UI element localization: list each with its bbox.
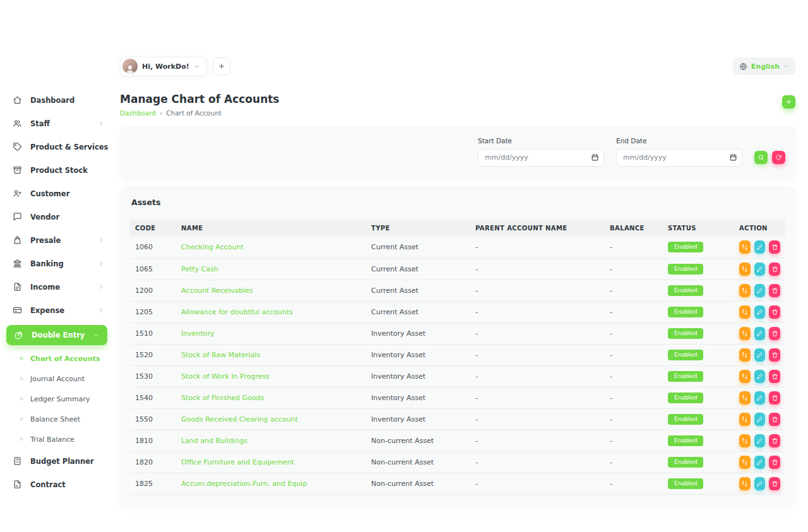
delete-button[interactable]	[769, 327, 780, 340]
reset-button[interactable]	[772, 151, 785, 164]
submenu-item-trial-balance[interactable]: Trial Balance	[0, 429, 114, 449]
sidebar-item-income[interactable]: Income	[0, 275, 114, 299]
account-name-link[interactable]: Stock of Work In Progress	[181, 372, 270, 381]
edit-button[interactable]	[754, 305, 766, 319]
transfer-button[interactable]	[739, 370, 751, 383]
row-actions	[739, 391, 780, 405]
search-button[interactable]	[754, 151, 768, 164]
edit-button[interactable]	[754, 327, 766, 340]
cell-code: 1205	[130, 301, 176, 322]
table-row: 1510InventoryInventory Asset--Enabled	[130, 322, 785, 344]
submenu-item-chart-of-accounts[interactable]: Chart of Accounts	[0, 348, 114, 369]
transfer-button[interactable]	[739, 327, 751, 340]
edit-button[interactable]	[754, 434, 766, 447]
delete-button[interactable]	[769, 456, 780, 469]
edit-button[interactable]	[754, 413, 766, 426]
cell-type: Inventory Asset	[366, 322, 470, 344]
edit-button[interactable]	[754, 240, 766, 254]
delete-button[interactable]	[769, 263, 780, 276]
account-name-link[interactable]: Stock of Finished Goods	[181, 394, 264, 402]
transfer-button[interactable]	[739, 391, 751, 405]
account-name-link[interactable]: Office Furniture and Equipement	[181, 458, 294, 466]
sidebar-item-banking[interactable]: Banking	[0, 252, 114, 275]
transfer-button[interactable]	[739, 305, 751, 319]
account-name-link[interactable]: Accum.depreciation-Furn. and Equip	[181, 480, 307, 488]
account-name-link[interactable]: Account Receivables	[181, 287, 253, 295]
account-name-link[interactable]: Checking Account	[181, 243, 244, 251]
submenu-item-label: Trial Balance	[30, 435, 74, 444]
account-name-link[interactable]: Land and Buildings	[181, 437, 247, 445]
accounts-table: CODENAMETYPEPARENT ACCOUNT NAMEBALANCEST…	[130, 220, 785, 495]
account-name-link[interactable]: Stock of Raw Materials	[181, 351, 260, 359]
start-date-input[interactable]	[478, 149, 604, 167]
cell-name: Allowance for doubtful accounts	[176, 301, 366, 322]
delete-button[interactable]	[769, 240, 780, 254]
submenu-item-journal-account[interactable]: Journal Account	[0, 369, 114, 389]
cell-status: Enabled	[663, 408, 734, 430]
delete-button[interactable]	[769, 284, 780, 297]
sidebar-item-presale[interactable]: Presale	[0, 228, 114, 252]
user-menu[interactable]: Hi, WorkDo!	[120, 57, 206, 76]
transfer-button[interactable]	[739, 348, 751, 362]
language-selector[interactable]: English	[733, 57, 795, 75]
table-row: 1200Account ReceivablesCurrent Asset--En…	[130, 280, 785, 301]
sidebar-item-product-services[interactable]: Product & Services	[0, 135, 114, 158]
account-name-link[interactable]: Goods Received Clearing account	[181, 415, 298, 423]
account-name-link[interactable]: Allowance for doubtful accounts	[181, 308, 293, 316]
edit-button[interactable]	[754, 477, 766, 490]
submenu-item-ledger-summary[interactable]: Ledger Summary	[0, 389, 114, 409]
submenu-item-balance-sheet[interactable]: Balance Sheet	[0, 409, 114, 429]
sidebar-item-label: Presale	[30, 236, 98, 245]
status-badge: Enabled	[668, 307, 703, 317]
edit-button[interactable]	[754, 456, 766, 469]
sidebar-item-contract[interactable]: Contract	[0, 473, 114, 496]
delete-button[interactable]	[769, 370, 780, 383]
table-row: 1825Accum.depreciation-Furn. and EquipNo…	[130, 473, 785, 494]
cell-type: Current Asset	[366, 280, 470, 301]
cell-balance: -	[605, 322, 663, 344]
delete-button[interactable]	[769, 348, 780, 362]
topbar-left: Hi, WorkDo!	[120, 57, 230, 76]
cell-type: Non-current Asset	[366, 430, 470, 451]
calendar-icon[interactable]	[729, 153, 737, 162]
edit-button[interactable]	[754, 263, 766, 276]
swap-icon	[741, 394, 748, 401]
transfer-button[interactable]	[739, 477, 751, 490]
transfer-button[interactable]	[739, 456, 751, 469]
transfer-button[interactable]	[739, 240, 751, 254]
delete-button[interactable]	[769, 413, 780, 426]
transfer-button[interactable]	[739, 413, 751, 426]
end-date-input[interactable]	[616, 149, 742, 167]
double-entry-icon	[14, 331, 23, 340]
account-name-link[interactable]: Petty Cash	[181, 265, 218, 273]
trash-icon	[771, 287, 778, 294]
breadcrumb-dashboard-link[interactable]: Dashboard	[120, 109, 156, 117]
transfer-button[interactable]	[739, 263, 751, 276]
delete-button[interactable]	[769, 305, 780, 319]
sidebar-item-vendor[interactable]: Vendor	[0, 205, 114, 228]
transfer-button[interactable]	[739, 284, 751, 297]
transfer-button[interactable]	[739, 434, 751, 447]
edit-button[interactable]	[754, 284, 766, 297]
create-account-button[interactable]	[782, 95, 795, 109]
account-name-link[interactable]: Inventory	[181, 329, 215, 338]
sidebar-item-budget-planner[interactable]: Budget Planner	[0, 449, 114, 473]
sidebar-item-product-stock[interactable]: Product Stock	[0, 158, 114, 182]
delete-button[interactable]	[769, 477, 780, 490]
sidebar-item-double-entry[interactable]: Double Entry	[6, 325, 107, 345]
sidebar-item-expense[interactable]: Expense	[0, 299, 114, 322]
cell-type: Non-current Asset	[366, 473, 470, 494]
sidebar-item-customer[interactable]: Customer	[0, 182, 114, 205]
quick-add-button[interactable]	[213, 57, 230, 75]
edit-button[interactable]	[754, 370, 766, 383]
sidebar-item-staff[interactable]: Staff	[0, 112, 114, 135]
delete-button[interactable]	[769, 434, 780, 447]
edit-button[interactable]	[754, 348, 766, 362]
sidebar-item-dashboard[interactable]: Dashboard	[0, 88, 114, 112]
edit-button[interactable]	[754, 391, 766, 405]
delete-button[interactable]	[769, 391, 780, 405]
sidebar-item-label: Income	[30, 283, 98, 292]
table-row: 1540Stock of Finished GoodsInventory Ass…	[130, 387, 785, 408]
calendar-icon[interactable]	[591, 153, 599, 162]
cell-code: 1200	[130, 280, 176, 301]
